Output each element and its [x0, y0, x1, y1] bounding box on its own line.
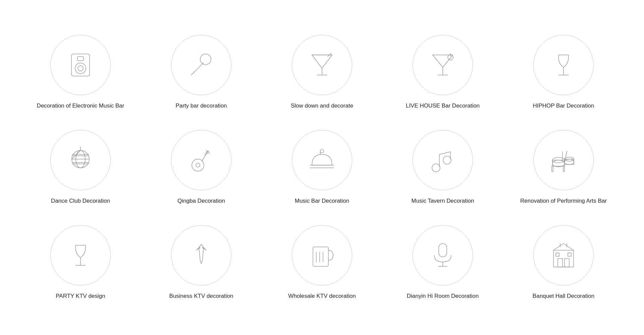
label-party-bar: Party bar decoration [175, 102, 227, 110]
label-dance-club: Dance Club Decoration [51, 197, 110, 205]
item-performing-arts[interactable]: Renovation of Performing Arts Bar [510, 130, 617, 205]
label-hiphop-bar: HIPHOP Bar Decoration [533, 102, 594, 110]
svg-point-37 [432, 164, 440, 172]
label-qingba: Qingba Decoration [177, 197, 225, 205]
svg-rect-62 [568, 253, 571, 256]
label-business-ktv: Business KTV decoration [169, 292, 233, 300]
svg-line-6 [191, 72, 195, 75]
label-electronic-music-bar: Decoration of Electronic Music Bar [37, 102, 124, 110]
label-wholesale-ktv: Wholesale KTV decoration [288, 292, 356, 300]
svg-point-4 [200, 54, 211, 65]
item-banquet-hall[interactable]: Banquet Hall Decoration [510, 225, 617, 300]
svg-point-2 [78, 66, 83, 71]
svg-point-1 [75, 63, 86, 74]
icon-circle-live-house [413, 35, 473, 95]
item-music-tavern[interactable]: Music Tavern Decoration [389, 130, 496, 205]
svg-point-38 [443, 156, 451, 164]
label-live-house: LIVE HOUSE Bar Decoration [406, 102, 480, 110]
item-dianyin-hi[interactable]: Dianyin Hi Room Decoration [389, 225, 496, 300]
svg-point-42 [565, 159, 574, 164]
label-music-bar: Music Bar Decoration [295, 197, 350, 205]
label-party-ktv: PARTY KTV design [56, 292, 105, 300]
label-performing-arts: Renovation of Performing Arts Bar [520, 197, 607, 205]
item-hiphop-bar[interactable]: HIPHOP Bar Decoration [510, 35, 617, 110]
icon-circle-business-ktv [171, 225, 231, 285]
icon-circle-music-bar [292, 130, 352, 190]
icon-circle-wholesale-ktv [292, 225, 352, 285]
icon-circle-slow-down [292, 35, 352, 95]
label-music-tavern: Music Tavern Decoration [412, 197, 474, 205]
icon-circle-performing-arts [533, 130, 594, 190]
label-banquet-hall: Banquet Hall Decoration [533, 292, 594, 300]
icon-circle-electronic-music-bar [50, 35, 111, 95]
svg-line-46 [565, 151, 567, 160]
svg-point-36 [320, 149, 324, 153]
icon-circle-qingba [171, 130, 231, 190]
icon-circle-banquet-hall [533, 225, 594, 285]
item-party-ktv[interactable]: PARTY KTV design [27, 225, 134, 300]
item-business-ktv[interactable]: Business KTV decoration [148, 225, 255, 300]
label-dianyin-hi: Dianyin Hi Room Decoration [407, 292, 479, 300]
svg-rect-0 [71, 54, 90, 76]
svg-rect-51 [313, 247, 328, 266]
items-grid: Decoration of Electronic Music BarParty … [0, 15, 644, 320]
icon-circle-dianyin-hi [413, 225, 473, 285]
item-slow-down[interactable]: Slow down and decorate [268, 35, 376, 110]
item-electronic-music-bar[interactable]: Decoration of Electronic Music Bar [27, 35, 134, 110]
label-slow-down: Slow down and decorate [291, 102, 353, 110]
item-qingba[interactable]: Qingba Decoration [148, 130, 255, 205]
svg-marker-12 [433, 55, 453, 67]
icon-circle-party-ktv [50, 225, 111, 285]
icon-circle-dance-club [50, 130, 111, 190]
svg-rect-60 [565, 259, 569, 267]
svg-rect-59 [558, 259, 562, 267]
item-wholesale-ktv[interactable]: Wholesale KTV decoration [268, 225, 376, 300]
icon-circle-party-bar [171, 35, 231, 95]
svg-point-29 [196, 163, 200, 167]
svg-rect-48 [563, 166, 565, 172]
item-party-bar[interactable]: Party bar decoration [148, 35, 255, 110]
svg-rect-47 [552, 166, 553, 172]
svg-rect-55 [439, 244, 447, 257]
item-live-house[interactable]: LIVE HOUSE Bar Decoration [389, 35, 496, 110]
svg-rect-3 [77, 57, 84, 61]
icon-circle-hiphop-bar [533, 35, 594, 95]
svg-rect-61 [556, 253, 559, 256]
svg-marker-8 [312, 55, 332, 68]
icon-circle-music-tavern [413, 130, 473, 190]
item-dance-club[interactable]: Dance Club Decoration [27, 130, 134, 205]
item-music-bar[interactable]: Music Bar Decoration [268, 130, 376, 205]
